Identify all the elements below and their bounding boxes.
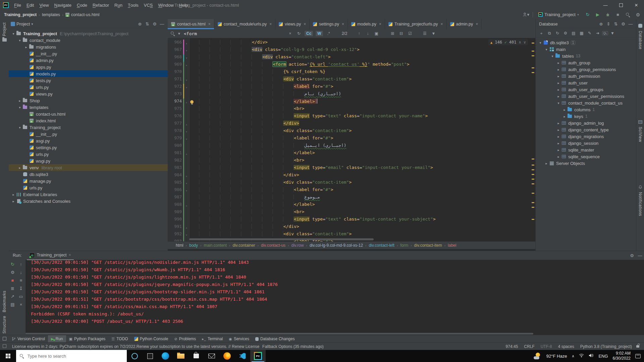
- tree-item-Training_project[interactable]: ▾ Training_project: [9, 124, 168, 131]
- close-icon[interactable]: ×: [304, 22, 306, 26]
- breadcrumb-label[interactable]: label: [448, 243, 456, 248]
- language-indicator[interactable]: ENG: [598, 354, 608, 359]
- taskbar-edge-icon[interactable]: [158, 350, 173, 362]
- match-case-toggle[interactable]: Cc: [305, 31, 313, 36]
- stripe-tab-notifications[interactable]: Notifications: [636, 185, 644, 216]
- close-icon[interactable]: ×: [441, 22, 443, 26]
- check-filter-icon[interactable]: ☑: [407, 31, 413, 36]
- project-panel-title[interactable]: Project: [16, 21, 30, 26]
- editor-tab-Training_project\urls.py[interactable]: Training_project\urls.py×: [385, 19, 446, 29]
- tree-item-asgi.py[interactable]: asgi.py: [9, 137, 168, 144]
- volume-icon[interactable]: [589, 353, 594, 359]
- close-icon[interactable]: ×: [476, 22, 478, 26]
- taskbar-vscode-icon[interactable]: [235, 350, 250, 362]
- db-item-auth_group[interactable]: ▸ auth_group: [536, 59, 636, 66]
- diagnostics-icon[interactable]: ⚙: [562, 31, 569, 36]
- expand-all-icon[interactable]: ⇕: [605, 21, 612, 26]
- settings-gear-icon[interactable]: ⚙: [151, 21, 158, 26]
- toolwindow-python-console[interactable]: Python Console: [131, 335, 171, 343]
- tool-windows-icon[interactable]: [0, 337, 9, 342]
- taskbar-cortana-icon[interactable]: [127, 350, 142, 362]
- editor-tab-models.py[interactable]: models.py×: [348, 19, 385, 29]
- tree-item-models.py[interactable]: models.py: [9, 70, 168, 77]
- stripe-tab-database[interactable]: Database: [636, 24, 644, 49]
- menu-file[interactable]: File: [11, 0, 24, 10]
- tree-item-db.sqlite3[interactable]: db.sqlite3: [9, 171, 168, 178]
- next-issue-icon[interactable]: ∨: [524, 40, 526, 45]
- history-icon[interactable]: ↻: [296, 31, 302, 36]
- db-item-django_admin_log[interactable]: ▸ django_admin_log: [536, 120, 636, 126]
- tree-item-__init__.py[interactable]: __init__.py: [9, 131, 168, 137]
- hide-panel-icon[interactable]: —: [636, 253, 644, 258]
- remove-filter-icon[interactable]: ⊟: [398, 31, 404, 36]
- menu-navigate[interactable]: Navigate: [52, 0, 74, 10]
- taskbar-explorer-icon[interactable]: [173, 350, 189, 362]
- disconnect-icon[interactable]: ▤: [570, 31, 577, 36]
- fallback-options[interactable]: Fallback Options (35 minutes ago): [262, 344, 324, 349]
- db-item-auth_permission[interactable]: ▸ auth_permission: [536, 73, 636, 79]
- regex-toggle[interactable]: .*: [326, 31, 332, 36]
- chevron-up-icon[interactable]: ∧: [572, 354, 574, 358]
- tree-item-Shop[interactable]: ▸ Shop: [9, 97, 168, 104]
- clear-icon[interactable]: ×: [287, 31, 293, 36]
- editor-tab-views.py[interactable]: views.py×: [275, 19, 310, 29]
- close-icon[interactable]: ×: [208, 22, 211, 26]
- breadcrumb-body[interactable]: body: [189, 243, 198, 248]
- chevron-down-icon[interactable]: ▾: [31, 22, 33, 26]
- db-item-auth_user_groups[interactable]: ▸ auth_user_groups: [536, 86, 636, 93]
- update-project-icon[interactable]: ↻: [584, 12, 591, 17]
- error-stripe[interactable]: [531, 38, 535, 241]
- collapse-all-icon[interactable]: ⇅: [612, 21, 620, 26]
- settings-gear-icon[interactable]: ⚙: [635, 12, 641, 17]
- db-item-sqlite_sequence[interactable]: ▸ sqlite_sequence: [536, 153, 636, 160]
- settings-icon[interactable]: ⚙: [11, 270, 15, 275]
- toolwindow-todo[interactable]: ☰TODO: [108, 335, 131, 343]
- user-share-icon[interactable]: ▾: [523, 12, 529, 17]
- chevron-down-icon[interactable]: ▾: [178, 31, 180, 36]
- clock[interactable]: 9:02 AM6/30/2022: [613, 351, 631, 361]
- close-icon[interactable]: ×: [269, 22, 272, 26]
- editor-tab-admin.py[interactable]: admin.py×: [447, 19, 482, 29]
- tree-item-index.html[interactable]: index.html: [9, 117, 168, 124]
- settings-gear-icon[interactable]: ⚙: [628, 253, 636, 258]
- close-icon[interactable]: ×: [20, 302, 22, 307]
- tree-item-tests.py[interactable]: tests.py: [9, 77, 168, 84]
- toolwindow-terminal[interactable]: ▸_Terminal: [199, 335, 226, 343]
- hide-panel-icon[interactable]: —: [158, 21, 166, 26]
- tree-item-venv[interactable]: ▸ venvlibrary root: [9, 164, 168, 171]
- db-item-django_session[interactable]: ▸ django_session: [536, 140, 636, 146]
- menu-tools[interactable]: Tools: [125, 0, 141, 10]
- editor-tab-settings.py[interactable]: settings.py×: [310, 19, 348, 29]
- table-view-icon[interactable]: ▦: [578, 31, 585, 36]
- tree-item-urls.py[interactable]: urls.py: [9, 151, 168, 158]
- toolwindow-version-control[interactable]: Version Control: [9, 335, 48, 343]
- db-item-Server Objects[interactable]: ▸ Server Objects: [536, 160, 636, 167]
- toolwindow-python-packages[interactable]: ▣Python Packages: [66, 335, 109, 343]
- settings-gear-icon[interactable]: ⚙: [620, 21, 627, 26]
- toolwindow-problems[interactable]: ⊘Problems: [171, 335, 199, 343]
- breadcrumb-main.content[interactable]: main.content: [204, 243, 227, 248]
- in-selection-icon[interactable]: ▣: [373, 31, 379, 36]
- prev-issue-icon[interactable]: ∧: [519, 40, 521, 45]
- db-item-columns[interactable]: ▸ columns 1: [536, 106, 636, 113]
- db-item-django_migrations[interactable]: ▸ django_migrations: [536, 133, 636, 140]
- nav-crumb[interactable]: Training_project: [4, 12, 37, 17]
- db-item-auth_group_permissions[interactable]: ▸ auth_group_permissions: [536, 66, 636, 73]
- tree-item-__init__.py[interactable]: __init__.py: [9, 50, 168, 57]
- previous-match-icon[interactable]: ↑: [356, 31, 362, 36]
- stripe-tab-sciview[interactable]: SciView: [636, 120, 644, 142]
- notifications-icon[interactable]: [635, 354, 641, 358]
- db-item-contact_module_contact_us[interactable]: ▾ contact_module_contact_us: [536, 100, 636, 106]
- run-configuration-select[interactable]: PC Training_project▾: [536, 11, 581, 18]
- lock-icon[interactable]: [636, 345, 639, 348]
- search-input[interactable]: [27, 353, 112, 359]
- menu-run[interactable]: Run: [112, 0, 125, 10]
- tree-item-External Libraries[interactable]: ▸ External Libraries: [9, 191, 168, 198]
- db-item-auth_user[interactable]: ▸ auth_user: [536, 79, 636, 86]
- breadcrumb-div.contact-item[interactable]: div.contact-item: [414, 243, 442, 248]
- db-item-django_content_type[interactable]: ▸ django_content_type: [536, 126, 636, 133]
- taskbar-search[interactable]: [16, 350, 127, 362]
- db-item-sqlite_master[interactable]: ▸ sqlite_master: [536, 146, 636, 153]
- inspections-widget[interactable]: ▲ 146 ✓ 401 ∧ ∨: [488, 39, 528, 45]
- menu-code[interactable]: Code: [74, 0, 90, 10]
